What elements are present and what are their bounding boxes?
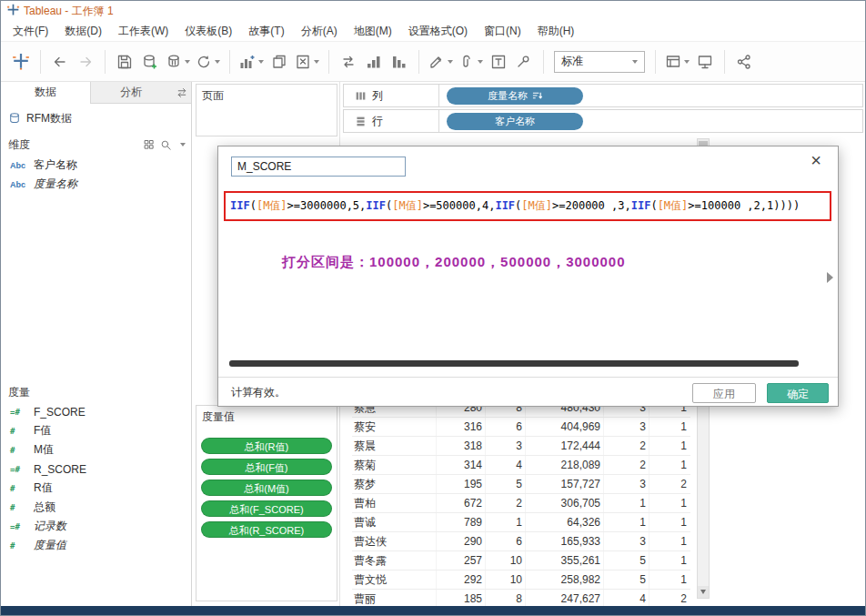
data-pane: 数据 分析 RFM数据 维度 Abc客户名称Abc度量名称 度: [1, 82, 192, 608]
group-members-button[interactable]: [457, 49, 485, 75]
swap-axes-button[interactable]: [337, 49, 360, 75]
dropdown-caret-icon: [215, 60, 220, 64]
pages-shelf[interactable]: 页面: [196, 84, 337, 136]
save-button[interactable]: [113, 49, 136, 75]
measure-type-icon: #: [10, 503, 34, 512]
pane-toggle-icon[interactable]: [176, 82, 187, 103]
duplicate-sheet-button[interactable]: [267, 49, 291, 75]
menu-item[interactable]: 仪表板(B): [176, 21, 240, 42]
menu-item[interactable]: 分析(A): [293, 21, 346, 42]
cell-value: 1: [649, 456, 690, 474]
rows-shelf[interactable]: 行 客户名称: [343, 109, 863, 133]
expand-functions-arrow-icon[interactable]: [827, 272, 833, 283]
pane-menu-caret-icon[interactable]: [180, 143, 186, 146]
field-row[interactable]: #度量值: [1, 536, 191, 555]
table-row[interactable]: 蔡梦1955157,72732: [352, 475, 690, 494]
field-row[interactable]: Abc度量名称: [1, 175, 191, 194]
columns-pill[interactable]: 度量名称: [447, 87, 583, 105]
columns-shelf[interactable]: 列 度量名称: [343, 84, 863, 107]
menu-item[interactable]: 窗口(N): [476, 21, 529, 42]
apply-button[interactable]: 应用: [692, 383, 756, 403]
table-row[interactable]: 曹冬露25710355,26151: [352, 551, 690, 571]
measure-values-pill[interactable]: 总和(R_SCORE): [201, 521, 332, 538]
field-row[interactable]: #总额: [1, 498, 191, 517]
table-row[interactable]: 蔡晨3183172,44421: [352, 437, 690, 456]
calculation-name-input[interactable]: [231, 157, 406, 177]
rows-pill[interactable]: 客户名称: [447, 113, 583, 130]
field-row[interactable]: =#R_SCORE: [1, 459, 191, 479]
cell-value: 1: [485, 513, 525, 531]
field-row[interactable]: #R值: [1, 479, 191, 498]
sort-descending-button[interactable]: [388, 49, 411, 75]
tab-data[interactable]: 数据: [1, 82, 91, 104]
field-row[interactable]: #M值: [1, 440, 191, 459]
menu-item[interactable]: 设置格式(O): [400, 21, 476, 42]
formula-token: >=100000 ,2,1)))): [688, 199, 800, 212]
tableau-window: Tableau - 工作簿 1 文件(F)数据(D)工作表(W)仪表板(B)故事…: [0, 0, 866, 616]
measure-values-card[interactable]: 度量值 总和(R值)总和(F值)总和(M值)总和(F_SCORE)总和(R_SC…: [196, 405, 337, 601]
calculation-status: 计算有效。: [231, 378, 286, 407]
datasource-item[interactable]: RFM数据: [1, 107, 191, 129]
table-row[interactable]: 曹达侠2906165,93331: [352, 532, 690, 551]
close-icon[interactable]: ×: [805, 150, 827, 170]
table-row[interactable]: 曹文悦29210258,98251: [352, 571, 690, 590]
menu-item[interactable]: 故事(T): [240, 21, 292, 42]
measures-label: 度量: [8, 385, 30, 400]
tableau-home-button[interactable]: [9, 49, 33, 75]
new-worksheet-button[interactable]: [237, 49, 266, 75]
toolbar-separator: [105, 50, 106, 74]
refresh-button[interactable]: [194, 49, 222, 75]
ok-button[interactable]: 确定: [767, 383, 829, 403]
undo-button[interactable]: [48, 49, 72, 75]
cell-value: 185: [436, 590, 485, 608]
show-hide-cards-button[interactable]: [663, 49, 691, 75]
data-table: 蔡慧2808480,43031蔡安3166404,96931蔡晨3183172,…: [352, 399, 690, 609]
pause-auto-updates-button[interactable]: [164, 49, 192, 75]
new-datasource-button[interactable]: [138, 49, 162, 75]
field-row[interactable]: Abc客户名称: [1, 156, 191, 175]
formula-token: >=500000,4,: [423, 199, 495, 212]
table-row[interactable]: 蔡菊3144218,08921: [352, 456, 690, 475]
redo-button[interactable]: [74, 49, 97, 75]
share-button[interactable]: [732, 49, 756, 75]
formula-editor[interactable]: IIF([M值]>=3000000,5,IIF([M值]>=500000,4,I…: [226, 198, 804, 214]
menu-item[interactable]: 文件(F): [5, 21, 56, 42]
show-mark-labels-button[interactable]: [487, 49, 510, 75]
search-icon[interactable]: [160, 139, 172, 151]
scroll-down-button[interactable]: [698, 586, 709, 598]
clear-sheet-button[interactable]: [293, 49, 321, 75]
view-grid-icon[interactable]: [144, 139, 155, 150]
table-row[interactable]: 曹柏6722306,70511: [352, 494, 690, 513]
field-row[interactable]: #F值: [1, 421, 191, 440]
fit-mode-select[interactable]: 标准: [554, 51, 645, 73]
measure-values-pill[interactable]: 总和(R值): [201, 438, 332, 454]
measure-values-pill[interactable]: 总和(M值): [201, 480, 332, 496]
database-icon: [8, 112, 21, 125]
field-row[interactable]: =#记录数: [1, 517, 191, 536]
columns-icon: [355, 90, 367, 102]
table-row[interactable]: 曹诚789164,32611: [352, 513, 690, 532]
measure-values-pill[interactable]: 总和(F_SCORE): [201, 500, 332, 517]
sort-ascending-button[interactable]: [362, 49, 386, 75]
cell-value: 672: [436, 494, 485, 512]
cell-value: 290: [436, 532, 485, 550]
cell-value: 4: [485, 456, 525, 474]
measures-list: =#F_SCORE#F值#M值=#R_SCORE#R值#总额=#记录数#度量值: [1, 402, 191, 555]
title-bar: Tableau - 工作簿 1: [1, 1, 865, 21]
menu-item[interactable]: 数据(D): [56, 21, 110, 42]
measure-values-pill[interactable]: 总和(F值): [201, 459, 332, 475]
field-label: 度量值: [34, 538, 66, 553]
menu-item[interactable]: 工作表(W): [110, 21, 176, 42]
fix-axes-button[interactable]: [512, 49, 536, 75]
field-row[interactable]: =#F_SCORE: [1, 402, 191, 421]
formula-token: IIF: [495, 199, 515, 212]
tab-analytics[interactable]: 分析: [91, 82, 171, 103]
menu-item[interactable]: 地图(M): [346, 21, 400, 42]
formula-scrollbar[interactable]: [229, 360, 799, 367]
highlight-button[interactable]: [427, 49, 455, 75]
table-row[interactable]: 蔡安3166404,96931: [352, 418, 690, 437]
cell-value: 306,705: [525, 494, 603, 512]
measure-type-icon: =#: [10, 408, 34, 417]
menu-item[interactable]: 帮助(H): [529, 21, 583, 42]
presentation-mode-button[interactable]: [693, 49, 717, 75]
